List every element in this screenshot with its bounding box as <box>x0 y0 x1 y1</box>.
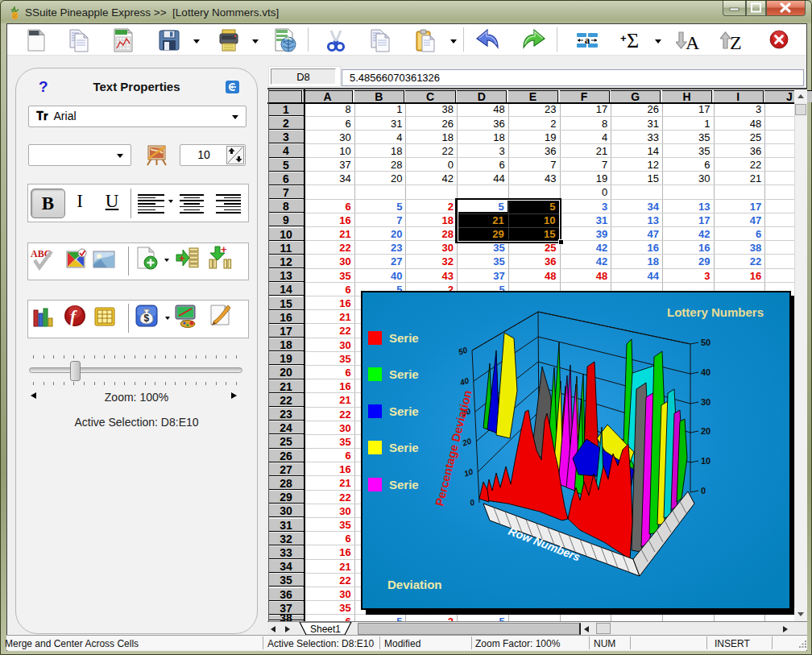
svg-text:10: 10 <box>701 456 710 466</box>
svg-text:Serie: Serie <box>389 367 419 381</box>
svg-text:A: A <box>686 32 700 53</box>
svg-text:Σ: Σ <box>627 29 639 52</box>
svg-text:30: 30 <box>701 397 710 407</box>
svg-text:Sheet1: Sheet1 <box>310 624 341 635</box>
svg-text:Serie: Serie <box>389 404 419 418</box>
svg-text:0: 0 <box>701 486 706 495</box>
svg-text:+: + <box>620 32 627 44</box>
svg-text:Z: Z <box>730 32 742 53</box>
svg-text:Deviation: Deviation <box>387 578 442 591</box>
svg-text:Serie: Serie <box>389 478 419 491</box>
svg-text:Serie: Serie <box>389 441 419 454</box>
svg-text:50: 50 <box>701 338 710 347</box>
svg-text:20: 20 <box>701 426 710 436</box>
svg-text:40: 40 <box>701 367 710 377</box>
svg-text:a: a <box>585 34 590 46</box>
svg-text:Lottery Numbers: Lottery Numbers <box>667 305 764 319</box>
svg-text:Serie: Serie <box>389 331 419 345</box>
svg-text:+: + <box>179 252 185 264</box>
svg-text:$: $ <box>144 313 150 324</box>
svg-text:+: + <box>221 245 227 255</box>
